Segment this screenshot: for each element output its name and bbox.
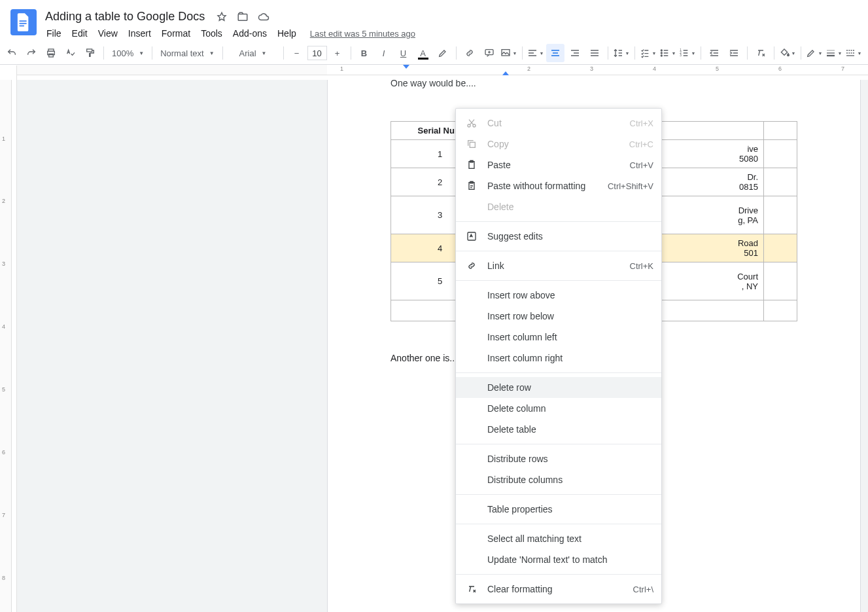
menu-insert[interactable]: Insert bbox=[124, 26, 156, 41]
menu-item-delete-column[interactable]: Delete column bbox=[456, 398, 661, 419]
menu-item-suggest-edits[interactable]: Suggest edits bbox=[456, 226, 661, 247]
menu-item-insert-row-below[interactable]: Insert row below bbox=[456, 306, 661, 327]
spellcheck-button[interactable] bbox=[61, 44, 80, 62]
menu-item-insert-row-above[interactable]: Insert row above bbox=[456, 285, 661, 306]
align-justify-button[interactable] bbox=[585, 44, 604, 62]
menu-label: Delete bbox=[487, 202, 653, 212]
menu-label: Distribute rows bbox=[487, 454, 653, 464]
svg-point-12 bbox=[661, 55, 662, 56]
border-dash-button[interactable] bbox=[844, 44, 863, 62]
last-edit-link[interactable]: Last edit was 5 minutes ago bbox=[310, 29, 415, 39]
document-area[interactable]: One way would be.... Serial Num 1ive 508… bbox=[17, 80, 868, 612]
svg-rect-0 bbox=[20, 20, 27, 22]
menu-item-distribute-rows[interactable]: Distribute rows bbox=[456, 448, 661, 469]
numbered-list-button[interactable]: 123 bbox=[678, 44, 697, 62]
highlight-button[interactable] bbox=[434, 44, 452, 62]
menu-view[interactable]: View bbox=[94, 26, 122, 41]
menu-label: Insert column left bbox=[487, 332, 653, 342]
menu-item-update-normal-text-to-match[interactable]: Update 'Normal text' to match bbox=[456, 549, 661, 570]
font-size-increase[interactable]: + bbox=[328, 44, 347, 62]
menu-addons[interactable]: Add-ons bbox=[228, 26, 271, 41]
insert-comment-button[interactable] bbox=[480, 44, 498, 62]
align-left-button[interactable] bbox=[527, 44, 545, 62]
menu-label: Clear formatting bbox=[487, 584, 633, 594]
cell[interactable] bbox=[764, 234, 797, 262]
underline-button[interactable]: U bbox=[394, 44, 413, 62]
menu-label: Update 'Normal text' to match bbox=[487, 554, 653, 565]
menu-file[interactable]: File bbox=[42, 26, 66, 41]
menu-shortcut: Ctrl+V bbox=[630, 160, 653, 170]
menu-label: Cut bbox=[487, 118, 630, 128]
cell[interactable] bbox=[764, 300, 797, 321]
svg-rect-7 bbox=[87, 49, 92, 52]
menu-label: Table properties bbox=[487, 504, 653, 514]
zoom-select[interactable]: 100%▼ bbox=[108, 44, 148, 62]
menu-item-delete-row[interactable]: Delete row bbox=[456, 377, 661, 398]
menu-item-link[interactable]: LinkCtrl+K bbox=[456, 255, 661, 276]
svg-rect-19 bbox=[470, 142, 475, 147]
clear-formatting-button[interactable] bbox=[752, 44, 770, 62]
clear-format-icon bbox=[465, 584, 478, 594]
context-menu: CutCtrl+XCopyCtrl+CPasteCtrl+VPaste with… bbox=[455, 108, 662, 604]
body-text-1[interactable]: One way would be.... bbox=[391, 80, 797, 88]
cell[interactable] bbox=[764, 168, 797, 196]
font-size-input[interactable] bbox=[307, 46, 327, 60]
menu-item-cut: CutCtrl+X bbox=[456, 113, 661, 134]
cell[interactable] bbox=[764, 140, 797, 168]
menu-item-insert-column-left[interactable]: Insert column left bbox=[456, 327, 661, 348]
redo-button[interactable] bbox=[22, 44, 41, 62]
menu-label: Suggest edits bbox=[487, 231, 653, 242]
menu-shortcut: Ctrl+\ bbox=[633, 585, 653, 594]
menu-item-table-properties[interactable]: Table properties bbox=[456, 499, 661, 520]
font-size-decrease[interactable]: − bbox=[288, 44, 306, 62]
th-3[interactable] bbox=[764, 122, 797, 140]
menu-item-paste-without-formatting[interactable]: Paste without formattingCtrl+Shift+V bbox=[456, 175, 661, 196]
menu-help[interactable]: Help bbox=[273, 26, 301, 41]
font-select[interactable]: Arial▼ bbox=[227, 44, 279, 62]
menu-item-paste[interactable]: PasteCtrl+V bbox=[456, 154, 661, 175]
line-spacing-button[interactable] bbox=[612, 44, 631, 62]
menu-shortcut: Ctrl+X bbox=[630, 118, 653, 128]
align-center-button[interactable] bbox=[546, 44, 564, 62]
checklist-button[interactable] bbox=[639, 44, 657, 62]
fill-color-button[interactable] bbox=[778, 44, 797, 62]
style-select[interactable]: Normal text▼ bbox=[156, 44, 218, 62]
move-icon[interactable] bbox=[237, 11, 249, 23]
insert-link-button[interactable] bbox=[460, 44, 479, 62]
docs-logo[interactable] bbox=[10, 9, 37, 35]
text-color-button[interactable]: A bbox=[414, 44, 432, 62]
decrease-indent-button[interactable] bbox=[705, 44, 723, 62]
star-icon[interactable] bbox=[216, 11, 228, 23]
menu-edit[interactable]: Edit bbox=[67, 26, 92, 41]
cell[interactable] bbox=[764, 262, 797, 300]
menu-item-select-all-matching-text[interactable]: Select all matching text bbox=[456, 528, 661, 549]
italic-button[interactable]: I bbox=[375, 44, 393, 62]
menu-label: Delete column bbox=[487, 403, 653, 414]
menu-item-distribute-columns[interactable]: Distribute columns bbox=[456, 469, 661, 490]
doc-title[interactable]: Adding a table to Google Docs bbox=[42, 8, 208, 26]
print-button[interactable] bbox=[42, 44, 60, 62]
svg-text:3: 3 bbox=[680, 54, 682, 57]
align-right-button[interactable] bbox=[566, 44, 584, 62]
increase-indent-button[interactable] bbox=[725, 44, 743, 62]
border-color-button[interactable] bbox=[805, 44, 824, 62]
cloud-icon[interactable] bbox=[258, 11, 269, 23]
undo-button[interactable] bbox=[3, 44, 21, 62]
menu-item-delete-table[interactable]: Delete table bbox=[456, 419, 661, 440]
bulleted-list-button[interactable] bbox=[659, 44, 677, 62]
menu-label: Copy bbox=[487, 139, 629, 149]
menu-item-clear-formatting[interactable]: Clear formattingCtrl+\ bbox=[456, 579, 661, 600]
svg-point-10 bbox=[661, 50, 662, 51]
app-header: Adding a table to Google Docs File Edit … bbox=[0, 0, 868, 41]
menu-item-insert-column-right[interactable]: Insert column right bbox=[456, 348, 661, 369]
insert-image-button[interactable] bbox=[500, 44, 518, 62]
menu-format[interactable]: Format bbox=[157, 26, 195, 41]
bold-button[interactable]: B bbox=[355, 44, 373, 62]
cell[interactable] bbox=[764, 196, 797, 234]
menu-label: Delete table bbox=[487, 424, 653, 435]
menu-tools[interactable]: Tools bbox=[196, 26, 227, 41]
menu-label: Insert row above bbox=[487, 290, 653, 300]
paint-format-button[interactable] bbox=[81, 44, 99, 62]
border-width-button[interactable] bbox=[825, 44, 843, 62]
menu-label: Link bbox=[487, 261, 630, 271]
